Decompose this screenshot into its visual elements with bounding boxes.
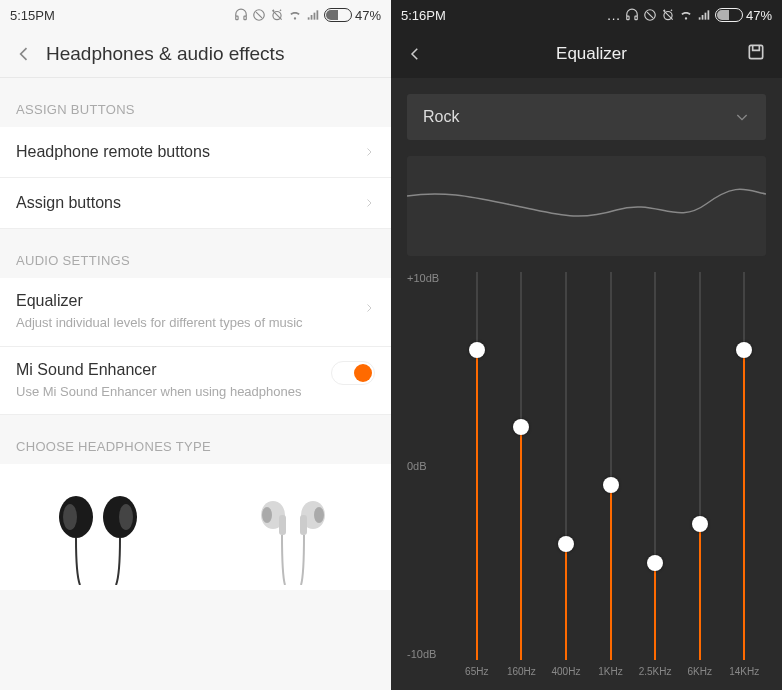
page-title: Equalizer bbox=[437, 44, 746, 64]
sync-off-icon bbox=[252, 8, 266, 22]
signal-icon bbox=[306, 8, 320, 22]
signal-icon bbox=[697, 8, 711, 22]
battery-indicator: 47% bbox=[715, 8, 772, 23]
x-axis-labels: 65Hz160Hz400Hz1KHz2.5KHz6KHz14KHz bbox=[455, 666, 766, 690]
y-label-bot: -10dB bbox=[407, 648, 447, 660]
svg-rect-4 bbox=[308, 17, 310, 19]
battery-percent: 47% bbox=[746, 8, 772, 23]
freq-label: 400Hz bbox=[544, 666, 588, 690]
svg-rect-1 bbox=[244, 16, 246, 20]
headphones-type-row bbox=[0, 464, 391, 590]
svg-rect-17 bbox=[300, 515, 307, 535]
battery-indicator: 47% bbox=[324, 8, 381, 23]
slider-knob[interactable] bbox=[692, 516, 708, 532]
svg-point-16 bbox=[314, 507, 324, 523]
status-icons: ... 47% bbox=[607, 8, 772, 23]
eq-band-slider[interactable] bbox=[500, 272, 544, 660]
headphone-type-earbud-black[interactable] bbox=[0, 480, 196, 590]
section-assign-buttons-label: ASSIGN BUTTONS bbox=[0, 78, 391, 127]
y-label-mid: 0dB bbox=[407, 460, 447, 472]
sync-off-icon bbox=[643, 8, 657, 22]
more-icon: ... bbox=[607, 8, 621, 23]
eq-curve-preview bbox=[407, 156, 766, 256]
svg-rect-14 bbox=[279, 515, 286, 535]
slider-knob[interactable] bbox=[603, 477, 619, 493]
slider-knob[interactable] bbox=[558, 536, 574, 552]
svg-rect-5 bbox=[311, 15, 313, 20]
preset-selector[interactable]: Rock bbox=[407, 94, 766, 140]
svg-rect-6 bbox=[314, 13, 316, 20]
svg-rect-26 bbox=[749, 45, 762, 58]
status-time: 5:15PM bbox=[10, 8, 55, 23]
headphone-type-inear-white[interactable] bbox=[196, 480, 392, 590]
equalizer-screen: 5:16PM ... 47% Equalizer Rock bbox=[391, 0, 782, 690]
svg-rect-7 bbox=[316, 10, 318, 19]
status-icons: 47% bbox=[234, 8, 381, 23]
svg-rect-18 bbox=[627, 16, 629, 20]
slider-track bbox=[520, 272, 522, 660]
item-label: Headphone remote buttons bbox=[16, 143, 210, 161]
eq-band-slider[interactable] bbox=[544, 272, 588, 660]
freq-label: 2.5KHz bbox=[633, 666, 677, 690]
equalizer-sliders: +10dB 0dB -10dB 65Hz160Hz400Hz1KHz2.5KHz… bbox=[407, 272, 766, 690]
screen-header: Headphones & audio effects bbox=[0, 30, 391, 78]
svg-rect-0 bbox=[236, 16, 238, 20]
save-preset-button[interactable] bbox=[746, 42, 770, 66]
preset-name: Rock bbox=[423, 108, 459, 126]
slider-track bbox=[565, 272, 567, 660]
slider-track bbox=[610, 272, 612, 660]
slider-track bbox=[476, 272, 478, 660]
slider-knob[interactable] bbox=[469, 342, 485, 358]
assign-buttons[interactable]: Assign buttons bbox=[0, 178, 391, 229]
freq-label: 6KHz bbox=[678, 666, 722, 690]
freq-label: 160Hz bbox=[500, 666, 544, 690]
item-subtitle: Adjust individual levels for different t… bbox=[16, 314, 363, 332]
item-label: Equalizer bbox=[16, 292, 363, 310]
mi-sound-enhancer-item: Mi Sound Enhancer Use Mi Sound Enhancer … bbox=[0, 347, 391, 416]
svg-rect-24 bbox=[705, 13, 707, 20]
back-button[interactable] bbox=[403, 42, 427, 66]
y-axis-labels: +10dB 0dB -10dB bbox=[407, 272, 447, 660]
section-audio-settings-label: AUDIO SETTINGS bbox=[0, 229, 391, 278]
item-label: Assign buttons bbox=[16, 194, 121, 212]
wifi-icon bbox=[679, 8, 693, 22]
section-headphones-type-label: CHOOSE HEADPHONES TYPE bbox=[0, 415, 391, 464]
svg-rect-23 bbox=[702, 15, 704, 20]
page-title: Headphones & audio effects bbox=[46, 43, 284, 65]
headphone-remote-buttons[interactable]: Headphone remote buttons bbox=[0, 127, 391, 178]
eq-band-slider[interactable] bbox=[722, 272, 766, 660]
chevron-down-icon bbox=[734, 109, 750, 125]
svg-point-13 bbox=[262, 507, 272, 523]
slider-track bbox=[743, 272, 745, 660]
slider-knob[interactable] bbox=[647, 555, 663, 571]
eq-band-slider[interactable] bbox=[678, 272, 722, 660]
alarm-off-icon bbox=[661, 8, 675, 22]
status-bar: 5:16PM ... 47% bbox=[391, 0, 782, 30]
back-button[interactable] bbox=[12, 42, 36, 66]
svg-rect-19 bbox=[635, 16, 637, 20]
wifi-icon bbox=[288, 8, 302, 22]
slider-knob[interactable] bbox=[513, 419, 529, 435]
chevron-right-icon bbox=[363, 302, 375, 314]
svg-point-11 bbox=[119, 504, 133, 530]
alarm-off-icon bbox=[270, 8, 284, 22]
eq-band-slider[interactable] bbox=[589, 272, 633, 660]
eq-band-slider[interactable] bbox=[633, 272, 677, 660]
slider-track bbox=[654, 272, 656, 660]
enhancer-toggle[interactable] bbox=[331, 361, 375, 385]
svg-point-9 bbox=[63, 504, 77, 530]
equalizer-item[interactable]: Equalizer Adjust individual levels for d… bbox=[0, 278, 391, 347]
svg-rect-25 bbox=[707, 10, 709, 19]
freq-label: 65Hz bbox=[455, 666, 499, 690]
headphones-icon bbox=[234, 8, 248, 22]
headphones-icon bbox=[625, 8, 639, 22]
svg-rect-22 bbox=[699, 17, 701, 19]
freq-label: 14KHz bbox=[722, 666, 766, 690]
screen-header: Equalizer bbox=[391, 30, 782, 78]
eq-band-slider[interactable] bbox=[455, 272, 499, 660]
slider-knob[interactable] bbox=[736, 342, 752, 358]
item-subtitle: Use Mi Sound Enhancer when using headpho… bbox=[16, 383, 331, 401]
freq-label: 1KHz bbox=[589, 666, 633, 690]
battery-percent: 47% bbox=[355, 8, 381, 23]
status-time: 5:16PM bbox=[401, 8, 446, 23]
